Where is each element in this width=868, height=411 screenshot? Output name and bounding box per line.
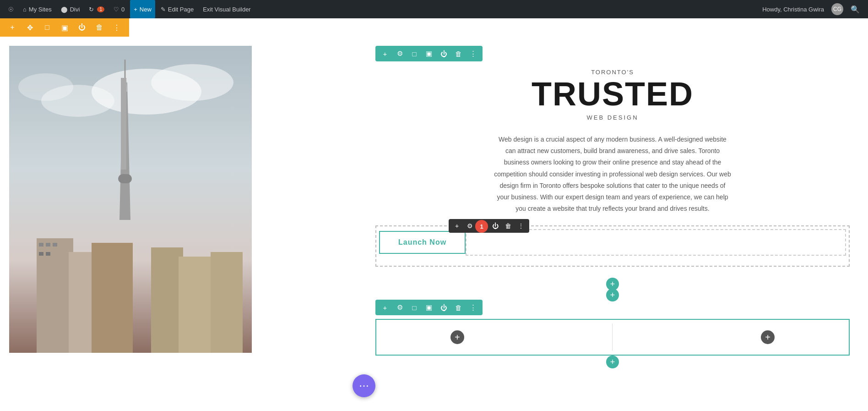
svg-rect-20 [46,252,50,256]
two-col-section-wrapper: + ⚙ □ ▣ ⏻ 🗑 ⋮ + + + [375,300,850,365]
plus-icon: + [134,6,137,13]
wordpress-icon: ☉ [8,6,14,13]
wordpress-logo[interactable]: ☉ [5,0,17,18]
module-toolbar-top: + ⚙ □ ▣ ⏻ 🗑 ⋮ [375,46,483,61]
admin-bar: ☉ ⌂ My Sites ⬤ Divi ↻ 1 ♡ 0 + New ✎ Edit… [0,0,868,18]
howdy-text[interactable]: Howdy, Christina Gwira [759,0,828,18]
divi-move-btn[interactable]: ✥ [23,21,37,34]
float-add-btn[interactable]: + [452,221,461,230]
section-add-btn[interactable]: + [380,302,390,312]
right-column: + ⚙ □ ▣ ⏻ 🗑 ⋮ TORONTO'S TRUSTED WEB DESI… [348,37,868,411]
svg-rect-19 [39,252,43,256]
float-power-btn[interactable]: ⏻ [491,221,500,230]
dots-icon: ⋯ [359,380,369,392]
section-add-top: + [375,278,850,287]
divi-icon: ⬤ [61,6,68,13]
svg-rect-15 [211,252,243,353]
col2-add-btn[interactable]: + [761,330,775,344]
admin-bar-right: Howdy, Christina Gwira CG 🔍 [759,0,863,18]
my-sites-menu[interactable]: ⌂ My Sites [19,0,55,18]
page-wrapper: + ⚙ □ ▣ ⏻ 🗑 ⋮ TORONTO'S TRUSTED WEB DESI… [0,37,868,411]
svg-rect-7 [118,174,132,183]
svg-rect-16 [39,243,43,247]
toolbar-more-btn[interactable]: ⋮ [468,49,478,59]
updates-icon: ↻ [89,6,94,13]
svg-rect-8 [121,78,126,170]
float-more-btn[interactable]: ⋮ [516,221,526,230]
exit-vb-btn[interactable]: Exit Visual Builder [199,0,255,18]
add-section-bottom-btn[interactable]: + [606,356,619,368]
search-icon[interactable]: 🔍 [847,5,863,14]
button-section-wrapper: Launch Now [375,225,850,267]
section-power-btn[interactable]: ⏻ [439,302,449,312]
toolbar-grid-btn[interactable]: ▣ [424,49,434,59]
toolbar-copy-btn[interactable]: □ [409,49,419,59]
updates-menu[interactable]: ↻ 1 [85,0,108,18]
edit-icon: ✎ [161,6,166,13]
divi-menu[interactable]: ⬤ Divi [57,0,84,18]
comments-menu[interactable]: ♡ 0 [110,0,128,18]
toolbar-add-btn[interactable]: + [380,49,390,59]
left-column [0,37,348,411]
float-delete-btn[interactable]: 🗑 [504,221,513,230]
button-placeholder [466,229,846,256]
toolbar-settings-btn[interactable]: ⚙ [395,49,405,59]
svg-rect-18 [53,243,57,247]
trusted-heading: TRUSTED [375,77,850,110]
svg-rect-13 [151,247,183,353]
divi-add-btn[interactable]: + [5,21,19,34]
city-image [9,46,252,353]
avatar[interactable]: CG [831,3,843,15]
body-text: Web design is a crucial aspect of any mo… [494,134,732,214]
button-row: Launch Now [379,229,846,256]
section-copy-btn[interactable]: □ [409,302,419,312]
button-section: 1 + ⚙ □ ⏻ 🗑 ⋮ Launch Now [375,225,850,267]
divi-grid-btn[interactable]: ▣ [58,21,71,34]
divi-more-btn[interactable]: ⋮ [110,21,124,34]
float-settings-btn[interactable]: ⚙ [465,221,474,230]
section-grid-btn[interactable]: ▣ [424,302,434,312]
float-toolbar: + ⚙ □ ⏻ 🗑 ⋮ [449,219,529,233]
divi-delete-btn[interactable]: 🗑 [92,21,106,34]
section-delete-btn[interactable]: 🗑 [453,302,463,312]
two-col-section: + + [375,319,850,356]
section-toolbar: + ⚙ □ ▣ ⏻ 🗑 ⋮ [375,300,483,315]
updates-count: 1 [97,6,104,12]
section-settings-btn[interactable]: ⚙ [395,302,405,312]
edit-page-btn[interactable]: ✎ Edit Page [157,0,197,18]
section-add-bottom: + [375,356,850,365]
new-menu[interactable]: + New [130,0,155,18]
col-divider [612,323,613,351]
web-design-label: WEB DESIGN [375,114,850,121]
city-skyline-svg [9,46,252,353]
divi-power-btn[interactable]: ⏻ [75,21,89,34]
section-add-mid: + [375,289,850,298]
divi-toolbar: + ✥ □ ▣ ⏻ 🗑 ⋮ [0,18,129,37]
house-icon: ⌂ [23,6,27,13]
toolbar-power-btn[interactable]: ⏻ [439,49,449,59]
toronto-label: TORONTO'S [375,69,850,76]
svg-rect-17 [46,243,50,247]
svg-rect-12 [92,243,133,353]
divi-copy-btn[interactable]: □ [40,21,54,34]
svg-point-4 [18,73,73,101]
svg-point-2 [151,64,233,101]
comment-icon: ♡ [114,6,119,13]
section-more-btn[interactable]: ⋮ [468,302,478,312]
toolbar-delete-btn[interactable]: 🗑 [453,49,463,59]
launch-now-button[interactable]: Launch Now [379,231,466,254]
svg-rect-14 [179,257,215,353]
col1-add-btn[interactable]: + [450,330,464,344]
floating-menu-btn[interactable]: ⋯ [353,374,375,397]
